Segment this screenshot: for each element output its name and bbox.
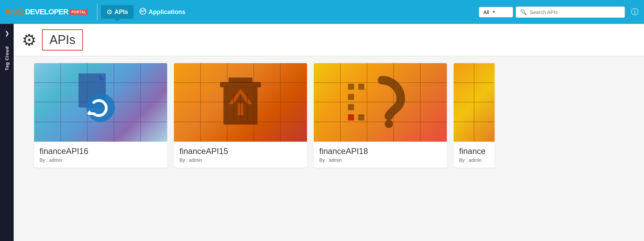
api-card-info-4: finance By : admin <box>454 142 495 168</box>
svg-rect-40 <box>358 84 364 90</box>
svg-rect-11 <box>97 73 106 82</box>
nav-applications-label: Applications <box>149 9 186 16</box>
api-card-financeapi16[interactable]: financeAPI16 By : admin <box>34 63 167 168</box>
svg-rect-39 <box>348 114 354 120</box>
api-card-author-3: By : admin <box>319 157 441 163</box>
grid-svg-1 <box>34 63 167 142</box>
applications-wave-icon <box>139 8 147 17</box>
search-area: All ▼ 🔍 ⓘ <box>479 6 639 18</box>
apis-gear-icon: ⚙ <box>106 8 113 16</box>
api-card-name-3: financeAPI18 <box>319 146 441 156</box>
info-icon[interactable]: ⓘ <box>631 7 639 17</box>
api-card-author-1: By : admin <box>40 157 162 163</box>
grid-svg-4 <box>454 63 495 142</box>
logo-portal: PORTAL <box>70 10 88 15</box>
logo-developer: DEVELOPER <box>25 8 68 16</box>
svg-point-0 <box>18 9 24 15</box>
svg-point-12 <box>86 93 115 122</box>
api-card-image-2 <box>174 63 307 142</box>
search-box: 🔍 <box>516 6 625 18</box>
nav-apis-label: APIs <box>115 9 128 16</box>
logo: WS DEVELOPER PORTAL <box>5 8 88 16</box>
api-card-info-3: financeAPI18 By : admin <box>314 142 447 168</box>
sidebar: ❯ Tag Cloud <box>0 24 14 241</box>
search-filter-value: All <box>483 9 489 15</box>
header-divider <box>97 3 98 20</box>
nav-applications-button[interactable]: Applications <box>134 5 191 19</box>
api-card-financeapi18[interactable]: financeAPI18 By : admin <box>314 63 447 168</box>
sidebar-toggle-button[interactable]: ❯ <box>2 27 12 39</box>
grid-svg-2 <box>174 63 307 142</box>
svg-point-42 <box>385 120 393 128</box>
api-card-image-4 <box>454 63 495 142</box>
content-area: ⚙ APIs <box>14 24 644 241</box>
cards-container: financeAPI16 By : admin <box>14 56 644 174</box>
page-title: APIs <box>49 33 75 47</box>
logo-ws: WS <box>5 8 17 16</box>
api-card-image-3 <box>314 63 447 142</box>
grid-svg-3 <box>314 63 447 142</box>
search-icon: 🔍 <box>520 9 527 15</box>
svg-rect-36 <box>348 84 354 90</box>
page-gear-icon: ⚙ <box>22 30 36 49</box>
svg-rect-38 <box>348 104 354 110</box>
api-card-image-1 <box>34 63 167 142</box>
nav-apis-button[interactable]: ⚙ APIs <box>101 5 134 19</box>
svg-rect-23 <box>229 77 252 83</box>
logo-wave-icon <box>17 8 25 16</box>
svg-rect-41 <box>358 114 364 120</box>
api-card-name-4: finance <box>459 146 489 156</box>
api-card-author-2: By : admin <box>179 157 302 163</box>
search-input[interactable] <box>530 9 620 15</box>
api-card-author-4: By : admin <box>459 157 489 163</box>
page-header: ⚙ APIs <box>14 24 644 56</box>
tag-cloud-label[interactable]: Tag Cloud <box>4 46 10 71</box>
api-card-info-2: financeAPI15 By : admin <box>174 142 307 168</box>
api-card-name-2: financeAPI15 <box>179 146 302 156</box>
header: WS DEVELOPER PORTAL ⚙ APIs Applications … <box>0 0 644 24</box>
api-card-info-1: financeAPI16 By : admin <box>34 142 167 168</box>
api-card-finance-partial[interactable]: finance By : admin <box>454 63 495 168</box>
api-card-financeapi15[interactable]: financeAPI15 By : admin <box>174 63 307 168</box>
page-title-box: APIs <box>42 29 83 51</box>
api-card-name-1: financeAPI16 <box>40 146 162 156</box>
chevron-down-icon: ▼ <box>492 10 496 14</box>
main-container: ❯ Tag Cloud ⚙ APIs <box>0 24 644 241</box>
svg-rect-37 <box>348 94 354 100</box>
search-filter-dropdown[interactable]: All ▼ <box>479 7 513 17</box>
